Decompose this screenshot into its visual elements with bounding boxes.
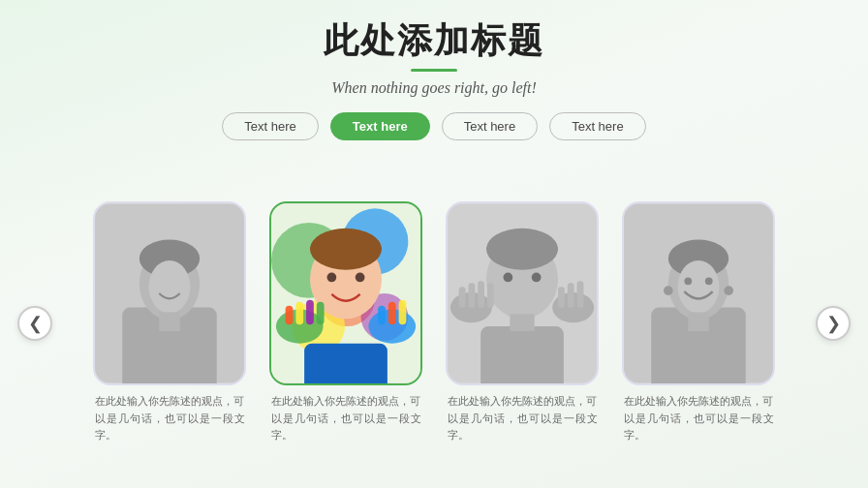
next-button[interactable]: ❯	[816, 306, 851, 341]
svg-point-46	[678, 260, 720, 314]
svg-rect-41	[510, 315, 534, 332]
card-2: 在此处输入你先陈述的观点，可以是几句话，也可以是一段文字。	[264, 201, 427, 444]
card-4-text: 在此处输入你先陈述的观点，可以是几句话，也可以是一段文字。	[624, 393, 774, 444]
svg-point-31	[532, 273, 542, 283]
svg-rect-36	[478, 281, 484, 307]
svg-point-48	[684, 278, 692, 286]
card-3-text: 在此处输入你先陈述的观点，可以是几句话，也可以是一段文字。	[448, 393, 598, 444]
card-2-image	[269, 201, 422, 385]
svg-rect-37	[487, 283, 494, 307]
card-1-image	[93, 201, 246, 385]
cards-row: 在此处输入你先陈述的观点，可以是几句话，也可以是一段文字。	[88, 201, 780, 444]
svg-rect-24	[399, 300, 407, 324]
svg-rect-19	[295, 302, 303, 324]
svg-point-49	[705, 278, 713, 286]
chevron-right-icon: ❯	[826, 313, 841, 334]
carousel-area: ❮	[0, 158, 868, 488]
tab-4[interactable]: Text here	[549, 112, 645, 140]
svg-point-15	[356, 273, 365, 283]
svg-point-14	[327, 273, 337, 283]
svg-point-4	[149, 260, 191, 314]
svg-point-50	[664, 286, 673, 295]
card-3: 在此处输入你先陈述的观点，可以是几句话，也可以是一段文字。	[441, 201, 604, 444]
page-wrapper: 此处添加标题 When nothing goes right, go left!…	[0, 0, 868, 488]
svg-rect-47	[688, 313, 708, 331]
svg-point-13	[310, 229, 382, 270]
green-divider	[411, 69, 457, 72]
svg-rect-38	[558, 287, 565, 307]
prev-button[interactable]: ❮	[17, 306, 52, 341]
card-1: 在此处输入你先陈述的观点，可以是几句话，也可以是一段文字。	[88, 201, 251, 444]
svg-rect-34	[459, 287, 466, 307]
card-4-image	[622, 201, 775, 385]
svg-rect-18	[286, 306, 294, 324]
svg-rect-22	[378, 306, 386, 324]
svg-rect-23	[388, 302, 396, 324]
tab-2[interactable]: Text here	[330, 112, 430, 140]
svg-rect-25	[304, 344, 388, 383]
tabs-row: Text here Text here Text here Text here	[222, 112, 645, 140]
svg-point-29	[486, 229, 558, 270]
page-title: 此处添加标题	[324, 17, 544, 65]
svg-rect-20	[306, 300, 314, 324]
svg-point-30	[504, 273, 513, 283]
card-1-text: 在此处输入你先陈述的观点，可以是几句话，也可以是一段文字。	[95, 393, 245, 444]
svg-rect-40	[577, 281, 584, 307]
card-2-text: 在此处输入你先陈述的观点，可以是几句话，也可以是一段文字。	[271, 393, 421, 444]
svg-rect-39	[568, 283, 574, 307]
svg-rect-27	[480, 326, 564, 383]
svg-rect-21	[317, 302, 325, 324]
card-3-image	[446, 201, 599, 385]
tab-1[interactable]: Text here	[222, 112, 318, 140]
svg-rect-35	[468, 283, 475, 307]
card-4: 在此处输入你先陈述的观点，可以是几句话，也可以是一段文字。	[617, 201, 780, 444]
tab-3[interactable]: Text here	[442, 112, 538, 140]
svg-rect-5	[159, 313, 179, 331]
svg-point-51	[724, 286, 733, 295]
page-subtitle: When nothing goes right, go left!	[331, 79, 537, 97]
chevron-left-icon: ❮	[28, 313, 43, 334]
